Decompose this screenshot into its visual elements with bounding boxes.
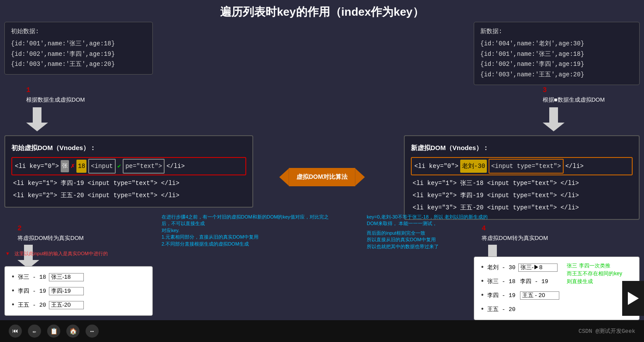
real-dom-left: • 张三 - 18 • 李四 - 19 • 王五 - 20: [4, 266, 153, 316]
real-dom-left-item-0: • 张三 - 18: [11, 270, 146, 284]
note-left-text: 这里以此input框的输入是真实DOM中进行的: [14, 251, 108, 256]
new-data-line-1: {id:'004',name:'老刘',age:30}: [480, 39, 633, 49]
csdn-brand: CSDN @测试开发Geek: [579, 327, 635, 335]
new-vdom-row-1: <li key="1"> 张三-18 <input type="text"> <…: [411, 177, 633, 189]
note-left: ▼ 这里以此input框的输入是真实DOM中进行的: [5, 250, 108, 257]
input-laoliu[interactable]: [518, 263, 558, 272]
step3-num: 3: [543, 86, 547, 94]
new-vdom-title: 新虚拟DOM（Vnodes）：: [411, 141, 633, 154]
step2-num: 2: [17, 225, 22, 233]
icon-copy[interactable]: 📋: [47, 325, 60, 338]
input-lisi[interactable]: [49, 287, 84, 295]
real-dom-left-item-1: • 李四 - 19: [11, 284, 146, 298]
new-data-line-2: {id:'001',name:'张三',age:18}: [480, 49, 633, 60]
initial-data-label: 初始数据:: [11, 27, 146, 37]
step3-area: 3 根据■数据生成虚拟DOM: [543, 86, 605, 131]
initial-vdom-row-0: <li key="0"> 张 ✗ 18 <input ✔ pe="text"> …: [11, 157, 246, 175]
bottom-icons: ⏮ ✏ 📋 🏠 ⋯: [9, 325, 99, 338]
initial-data-line-1: {id:'001',name:'张三',age:18}: [11, 39, 146, 49]
bottom-bar: ⏮ ✏ 📋 🏠 ⋯ CSDN @测试开发Geek: [0, 320, 644, 342]
page-title: 遍历列表时key的作用（index作为key）: [0, 0, 644, 23]
algorithm-label: 虚拟DOM对比算法: [289, 168, 355, 186]
initial-vdom-box: 初始虚拟DOM（Vnodes）： <li key="0"> 张 ✗ 18 <in…: [4, 135, 253, 208]
input-lisi-2[interactable]: [520, 291, 559, 300]
icon-edit[interactable]: ✏: [28, 325, 41, 338]
step1-label: 根据数据生成虚拟DOM: [26, 96, 85, 104]
new-vdom-box: 新虚拟DOM（Vnodes）： <li key="0"> 老刘-30 <inpu…: [404, 135, 640, 220]
step1-area: 1 根据数据生成虚拟DOM: [26, 86, 85, 131]
new-data-box: 新数据: {id:'004',name:'老刘',age:30} {id:'00…: [474, 22, 640, 85]
comparison-arrow: 虚拟DOM对比算法: [279, 168, 365, 186]
new-vdom-row-2: <li key="2"> 李四-19 <input type="text"> <…: [411, 189, 633, 202]
note-right-text: 张三 李四一次类推: [567, 262, 622, 270]
step2-label: 将虚拟DOM转为真实DOM: [17, 234, 84, 242]
input-zhangsan[interactable]: [49, 273, 84, 281]
step3-label: 根据■数据生成虚拟DOM: [543, 96, 605, 104]
icon-home[interactable]: 🏠: [66, 325, 79, 338]
real-dom-left-item-2: • 王五 - 20: [11, 298, 146, 312]
icon-skip-back[interactable]: ⏮: [9, 325, 22, 338]
initial-data-box: 初始数据: {id:'001',name:'张三',age:18} {id:'0…: [4, 22, 153, 75]
new-data-line-3: {id:'002',name:'李四',age:19}: [480, 59, 633, 70]
main-container: 遍历列表时key的作用（index作为key） 初始数据: {id:'001',…: [0, 0, 644, 342]
initial-data-line-2: {id:'002',name:'李四',age:19}: [11, 49, 146, 60]
note-center: 在进行步骤4之前，有一个对旧的虚拟DOM和新的DOM的key值对应，对比完之后，…: [162, 214, 336, 247]
step2-area: 2 将虚拟DOM转为真实DOM: [17, 225, 84, 269]
new-vdom-row-0: <li key="0"> 老刘-30 <input type="text"> <…: [411, 157, 633, 175]
icon-more[interactable]: ⋯: [86, 325, 99, 338]
initial-data-line-3: {id:'003',name:'王五',age:20}: [11, 59, 146, 70]
new-data-line-4: {id:'003',name:'王五',age:20}: [480, 70, 633, 80]
note-key: key=0,老刘-30不等于张三-18，所以 老刘以旧的新生成的DOM来取得， …: [367, 214, 498, 250]
initial-vdom-row-1: <li key="1"> 李四-19 <input type="text"> <…: [11, 177, 246, 189]
input-wangwu[interactable]: [49, 301, 84, 309]
new-data-label: 新数据:: [480, 27, 633, 37]
note-center-text-1: 在进行步骤4之前，有一个对旧的虚拟DOM和新的DOM的key值对应，对比完之后，…: [162, 214, 336, 227]
initial-vdom-title: 初始虚拟DOM（Vnodes）：: [11, 141, 246, 154]
play-button[interactable]: [622, 281, 644, 316]
new-vdom-row-3: <li key="3"> 王五-20 <input type="text"> <…: [411, 202, 633, 214]
play-icon: [628, 292, 639, 305]
note-right: 张三 李四一次类推 而王五不存在相同的key 则直接生成: [567, 262, 622, 285]
real-dom-right-item-3: • 王五 - 20: [480, 302, 633, 316]
real-dom-right-item-2: • 李四 - 19: [480, 288, 633, 302]
step1-num: 1: [26, 86, 31, 94]
initial-vdom-row-2: <li key="2"> 王五-20 <input type="text"> <…: [11, 189, 246, 202]
